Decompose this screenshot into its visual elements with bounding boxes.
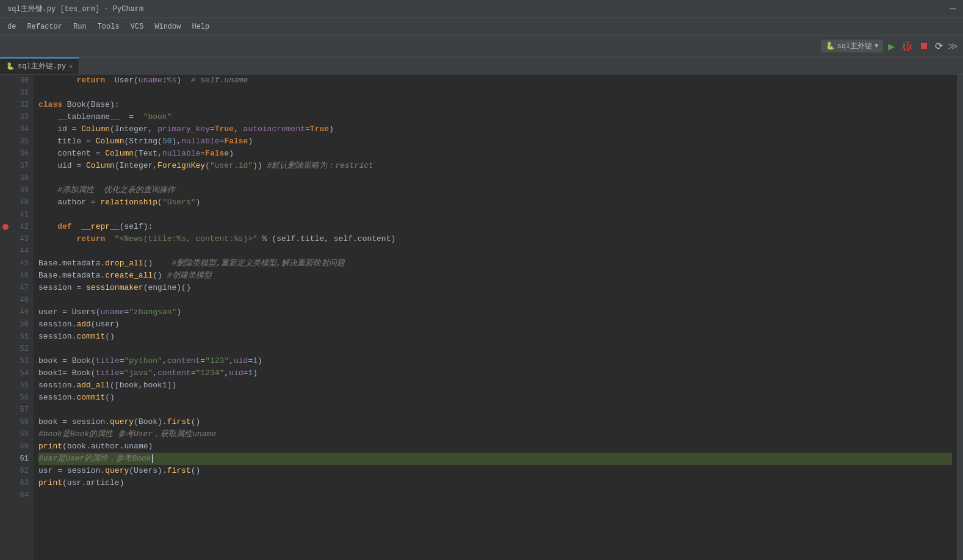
code-line-40: author = relationship("Users") — [38, 196, 952, 209]
line-num-32: 32 — [0, 99, 34, 111]
file-tab[interactable]: 🐍 sql主外键.py ✕ — [0, 57, 79, 74]
code-line-32: class Book(Base): — [38, 99, 952, 111]
stop-button[interactable]: ⏹ — [918, 39, 930, 53]
line-num-33: 33 — [0, 111, 34, 123]
text-cursor — [152, 454, 153, 463]
line-num-46: 46 — [0, 270, 34, 282]
code-line-35: title = Column(String(50),nullable=False… — [38, 135, 952, 148]
line-num-47: 47 — [0, 282, 34, 294]
tab-bar: 🐍 sql主外键.py ✕ — [0, 57, 963, 74]
code-line-51: session.commit() — [38, 331, 952, 343]
minimize-button[interactable]: — — [950, 4, 956, 15]
menu-item-tools[interactable]: Tools — [93, 20, 124, 34]
breakpoint-42[interactable] — [2, 224, 9, 230]
code-line-42: def __repr__(self): — [38, 221, 952, 233]
code-line-64 — [38, 489, 952, 501]
line-num-64: 64 — [0, 489, 34, 501]
code-line-63: print(usr.article) — [38, 477, 952, 489]
code-editor[interactable]: return User(uname:%s) # self.uname class… — [34, 74, 957, 560]
line-num-41: 41 — [0, 209, 34, 221]
code-line-57 — [38, 404, 952, 416]
code-line-36: content = Column(Text,nullable=False) — [38, 148, 952, 160]
code-line-53: book = Book(title="python",content="123"… — [38, 355, 952, 367]
code-line-33: __tablename__ = "book" — [38, 111, 952, 123]
menu-item-vcs[interactable]: VCS — [126, 20, 149, 34]
code-line-41 — [38, 209, 952, 221]
code-line-38 — [38, 172, 952, 184]
line-num-59: 59 — [0, 428, 34, 440]
line-num-38: 38 — [0, 172, 34, 184]
code-line-37: uid = Column(Integer,ForeignKey("user.id… — [38, 160, 952, 172]
line-num-40: 40 — [0, 196, 34, 209]
menu-item-run[interactable]: Run — [68, 20, 92, 34]
line-num-50: 50 — [0, 318, 34, 331]
line-num-44: 44 — [0, 245, 34, 257]
code-line-39: #添加属性 优化之表的查询操作 — [38, 184, 952, 196]
code-line-60: print(book.author.uname) — [38, 440, 952, 453]
more-button[interactable]: ≫ — [948, 40, 958, 52]
code-line-31 — [38, 87, 952, 99]
line-num-45: 45 — [0, 257, 34, 270]
toolbar: 🐍 sql主外键 ▼ ▶ 🐞 ⏹ ⟳ ≫ — [0, 35, 963, 57]
title-text: sql主外键.py [tes_orm] - PyCharm — [7, 4, 143, 14]
line-num-43: 43 — [0, 233, 34, 245]
code-line-59: #book是Book的属性 参考User，获取属性uname — [38, 428, 952, 440]
code-line-56: session.commit() — [38, 392, 952, 404]
line-num-54: 54 — [0, 367, 34, 379]
scrollbar[interactable] — [957, 74, 963, 560]
code-line-55: session.add_all([book,book1]) — [38, 379, 952, 392]
line-numbers: 30 31 32 33 34 35 36 37 38 39 40 41 42 4… — [0, 74, 34, 560]
line-num-31: 31 — [0, 87, 34, 99]
line-num-34: 34 — [0, 123, 34, 135]
tab-filename: sql主外键.py — [18, 61, 66, 71]
line-num-58: 58 — [0, 416, 34, 428]
py-icon: 🐍 — [826, 41, 835, 51]
code-line-30: return User(uname:%s) # self.uname — [38, 74, 952, 87]
line-num-63: 63 — [0, 477, 34, 489]
run-configuration: 🐍 sql主外键 ▼ — [821, 40, 884, 52]
line-num-53: 53 — [0, 355, 34, 367]
line-num-52: 52 — [0, 343, 34, 355]
line-num-55: 55 — [0, 379, 34, 392]
line-num-49: 49 — [0, 306, 34, 318]
line-num-61: 61 — [0, 453, 34, 465]
line-num-37: 37 — [0, 160, 34, 172]
menu-bar: de Refactor Run Tools VCS Window Help — [0, 18, 963, 35]
line-num-30: 30 — [0, 74, 34, 87]
reload-button[interactable]: ⟳ — [934, 39, 944, 54]
line-num-51: 51 — [0, 331, 34, 343]
code-line-47: session = sessionmaker(engine)() — [38, 282, 952, 294]
menu-item-code[interactable]: de — [2, 20, 21, 34]
code-line-34: id = Column(Integer, primary_key=True, a… — [38, 123, 952, 135]
code-line-61[interactable]: #usr是User的属性，参考Book — [38, 453, 952, 465]
line-num-35: 35 — [0, 135, 34, 148]
code-line-54: book1= Book(title="java",content="1234",… — [38, 367, 952, 379]
menu-item-refactor[interactable]: Refactor — [22, 20, 67, 34]
code-line-46: Base.metadata.create_all() #创建类模型 — [38, 270, 952, 282]
code-line-48 — [38, 294, 952, 306]
tab-close-button[interactable]: ✕ — [69, 63, 73, 70]
line-num-57: 57 — [0, 404, 34, 416]
code-line-44 — [38, 245, 952, 257]
line-num-48: 48 — [0, 294, 34, 306]
line-num-60: 60 — [0, 440, 34, 453]
debug-button[interactable]: 🐞 — [900, 39, 914, 54]
run-config-name: sql主外键 — [837, 41, 873, 51]
dropdown-icon[interactable]: ▼ — [875, 43, 878, 49]
code-line-49: user = Users(uname="zhangsan") — [38, 306, 952, 318]
line-num-56: 56 — [0, 392, 34, 404]
line-num-42: 42 — [0, 221, 34, 233]
python-file-icon: 🐍 — [6, 62, 15, 70]
title-bar: sql主外键.py [tes_orm] - PyCharm — — [0, 0, 963, 18]
code-line-43: return "<News(title:%s, content:%s)>" % … — [38, 233, 952, 245]
code-line-58: book = session.query(Book).first() — [38, 416, 952, 428]
code-line-45: Base.metadata.drop_all() #删除类模型,重新定义类模型,… — [38, 257, 952, 270]
menu-item-help[interactable]: Help — [187, 20, 214, 34]
editor: 30 31 32 33 34 35 36 37 38 39 40 41 42 4… — [0, 74, 963, 560]
code-line-50: session.add(user) — [38, 318, 952, 331]
line-num-36: 36 — [0, 148, 34, 160]
code-line-52 — [38, 343, 952, 355]
code-line-62: usr = session.query(Users).first() — [38, 465, 952, 477]
run-button[interactable]: ▶ — [887, 38, 896, 54]
menu-item-window[interactable]: Window — [150, 20, 186, 34]
